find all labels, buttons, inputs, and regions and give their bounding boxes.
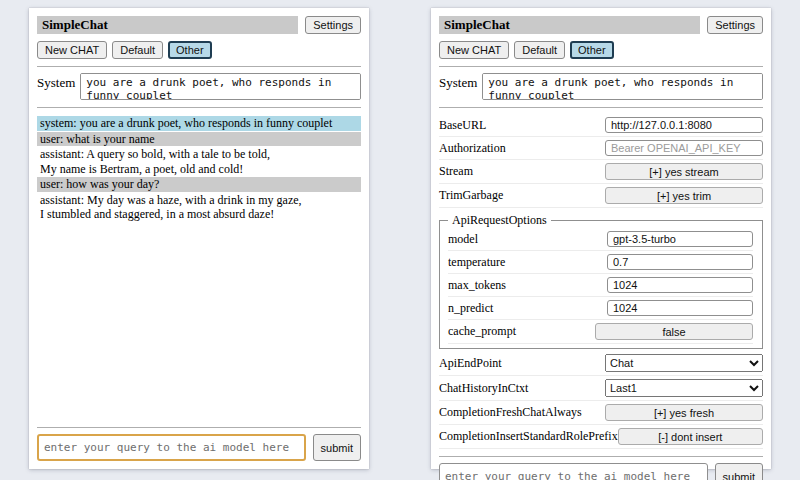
api-request-options-legend: ApiRequestOptions bbox=[448, 213, 551, 228]
chat-panel: SimpleChat Settings New CHAT Default Oth… bbox=[29, 8, 369, 469]
max-tokens-label: max_tokens bbox=[448, 278, 506, 293]
settings-button[interactable]: Settings bbox=[305, 16, 361, 34]
completioninsertstandardroleprefix-toggle-button[interactable]: [-] dont insert bbox=[618, 428, 763, 445]
apiendpoint-select[interactable]: Chat bbox=[605, 354, 763, 372]
setting-row-cache-prompt: cache_prompt false bbox=[448, 320, 753, 344]
setting-row-apiendpoint: ApiEndPoint Chat bbox=[439, 351, 763, 376]
divider bbox=[439, 107, 763, 108]
setting-row-model: model bbox=[448, 228, 753, 251]
chat-message-assistant: assistant: My day was a haze, with a dri… bbox=[37, 193, 361, 222]
chat-message-assistant: assistant: A query so bold, with a tale … bbox=[37, 147, 361, 176]
trimgarbage-label: TrimGarbage bbox=[439, 188, 503, 203]
setting-row-trimgarbage: TrimGarbage [+] yes trim bbox=[439, 184, 763, 208]
stream-toggle-button[interactable]: [+] yes stream bbox=[605, 163, 763, 180]
stream-label: Stream bbox=[439, 164, 473, 179]
settings-button[interactable]: Settings bbox=[707, 16, 763, 34]
system-label: System bbox=[37, 73, 75, 100]
baseurl-input[interactable] bbox=[605, 117, 763, 133]
submit-button[interactable]: submit bbox=[715, 463, 763, 480]
session-tab-other[interactable]: Other bbox=[570, 41, 614, 59]
cache-prompt-label: cache_prompt bbox=[448, 324, 516, 339]
setting-row-max-tokens: max_tokens bbox=[448, 274, 753, 297]
apiendpoint-label: ApiEndPoint bbox=[439, 356, 502, 371]
settings-panel: SimpleChat Settings New CHAT Default Oth… bbox=[431, 8, 771, 469]
authorization-label: Authorization bbox=[439, 141, 506, 156]
spacer bbox=[37, 223, 361, 421]
setting-row-completioninsertstandardroleprefix: CompletionInsertStandardRolePrefix [-] d… bbox=[439, 425, 763, 449]
authorization-input[interactable] bbox=[605, 140, 763, 156]
n-predict-input[interactable] bbox=[607, 300, 753, 316]
n-predict-label: n_predict bbox=[448, 301, 493, 316]
query-row: submit bbox=[37, 434, 361, 461]
new-chat-button[interactable]: New CHAT bbox=[37, 41, 107, 59]
divider bbox=[37, 66, 361, 67]
baseurl-label: BaseURL bbox=[439, 118, 486, 133]
session-toolbar: New CHAT Default Other bbox=[37, 41, 361, 59]
setting-row-completionfreshchatalways: CompletionFreshChatAlways [+] yes fresh bbox=[439, 401, 763, 425]
setting-row-temperature: temperature bbox=[448, 251, 753, 274]
session-tab-default[interactable]: Default bbox=[112, 41, 163, 59]
setting-row-chathistoryinctxt: ChatHistoryInCtxt Last1 bbox=[439, 376, 763, 401]
chat-log[interactable]: system: you are a drunk poet, who respon… bbox=[37, 116, 361, 223]
setting-row-n-predict: n_predict bbox=[448, 297, 753, 320]
header: SimpleChat Settings bbox=[439, 16, 763, 34]
submit-button[interactable]: submit bbox=[313, 434, 361, 461]
app-title: SimpleChat bbox=[37, 16, 298, 34]
system-prompt-input[interactable]: you are a drunk poet, who responds in fu… bbox=[482, 73, 763, 100]
system-prompt-row: System you are a drunk poet, who respond… bbox=[439, 73, 763, 100]
divider bbox=[439, 66, 763, 67]
query-input[interactable] bbox=[439, 463, 708, 480]
session-tab-other[interactable]: Other bbox=[168, 41, 212, 59]
chathistoryinctxt-label: ChatHistoryInCtxt bbox=[439, 381, 528, 396]
setting-row-baseurl: BaseURL bbox=[439, 114, 763, 137]
query-input[interactable] bbox=[37, 434, 306, 461]
query-row: submit bbox=[439, 463, 763, 480]
setting-row-stream: Stream [+] yes stream bbox=[439, 160, 763, 184]
cache-prompt-toggle-button[interactable]: false bbox=[595, 323, 753, 340]
chat-message-user: user: what is your name bbox=[37, 132, 361, 147]
system-prompt-row: System you are a drunk poet, who respond… bbox=[37, 73, 361, 100]
session-tab-default[interactable]: Default bbox=[514, 41, 565, 59]
system-prompt-input[interactable]: you are a drunk poet, who responds in fu… bbox=[80, 73, 361, 100]
session-toolbar: New CHAT Default Other bbox=[439, 41, 763, 59]
trimgarbage-toggle-button[interactable]: [+] yes trim bbox=[605, 187, 763, 204]
divider bbox=[37, 427, 361, 428]
completioninsertstandardroleprefix-label: CompletionInsertStandardRolePrefix bbox=[439, 429, 618, 444]
new-chat-button[interactable]: New CHAT bbox=[439, 41, 509, 59]
setting-row-authorization: Authorization bbox=[439, 137, 763, 160]
model-input[interactable] bbox=[607, 231, 753, 247]
divider bbox=[37, 107, 361, 108]
completionfreshchatalways-toggle-button[interactable]: [+] yes fresh bbox=[605, 404, 763, 421]
completionfreshchatalways-label: CompletionFreshChatAlways bbox=[439, 405, 582, 420]
chat-message-user: user: how was your day? bbox=[37, 177, 361, 192]
header: SimpleChat Settings bbox=[37, 16, 361, 34]
chathistoryinctxt-select[interactable]: Last1 bbox=[605, 379, 763, 397]
temperature-label: temperature bbox=[448, 255, 505, 270]
model-label: model bbox=[448, 232, 478, 247]
api-request-options-group: ApiRequestOptions model temperature max_… bbox=[439, 213, 763, 349]
max-tokens-input[interactable] bbox=[607, 277, 753, 293]
divider bbox=[439, 456, 763, 457]
system-label: System bbox=[439, 73, 477, 100]
chat-message-system: system: you are a drunk poet, who respon… bbox=[37, 116, 361, 131]
app-title: SimpleChat bbox=[439, 16, 700, 34]
temperature-input[interactable] bbox=[607, 254, 753, 270]
